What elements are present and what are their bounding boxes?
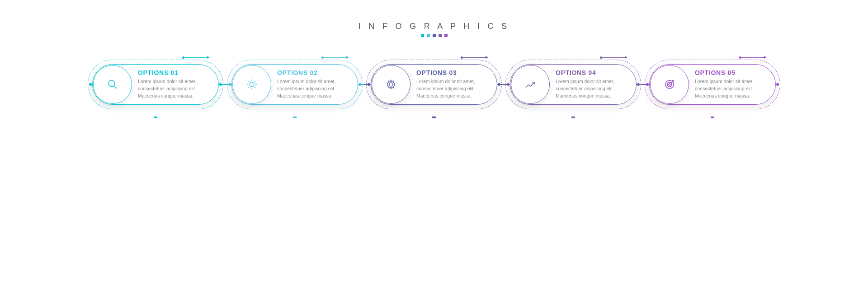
step-2-side-dot-left [228, 83, 231, 86]
step-1-desc: Lorem ipsum dolor sit amet, consectetuer… [138, 78, 210, 99]
dot-1 [421, 34, 424, 37]
step-2-desc: Lorem ipsum dolor sit amet, consectetuer… [277, 78, 349, 99]
svg-line-1 [114, 86, 117, 89]
step-2-pill: OPTIONS 02 Lorem ipsum dolor sit amet, c… [231, 64, 358, 105]
step-3-title: OPTIONS 03 [416, 69, 489, 76]
svg-point-13 [667, 82, 672, 87]
target-icon [663, 78, 676, 91]
step-5-desc: Lorem ipsum dolor sit amet, consectetuer… [695, 78, 767, 99]
infographic-steps: OPTIONS 01 Lorem ipsum dolor sit amet, c… [92, 64, 776, 105]
step-4-text: OPTIONS 04 Lorem ipsum dolor sit amet, c… [550, 65, 635, 103]
step-4-side-dot-left [507, 83, 509, 86]
svg-line-10 [249, 87, 250, 88]
deco-line-5 [741, 57, 764, 58]
step-4: OPTIONS 04 Lorem ipsum dolor sit amet, c… [510, 64, 637, 105]
svg-line-9 [255, 81, 255, 82]
header: I N F O G R A P H I C S [359, 22, 510, 37]
step-3-text: OPTIONS 03 Lorem ipsum dolor sit amet, c… [411, 65, 496, 103]
step-2-deco-top [321, 56, 349, 59]
step-5-title: OPTIONS 05 [695, 69, 767, 76]
deco-line-3 [463, 57, 486, 58]
page-title: I N F O G R A P H I C S [359, 22, 510, 31]
step-5-side-dot-right [776, 83, 779, 86]
step-1-pill: OPTIONS 01 Lorem ipsum dolor sit amet, c… [92, 64, 219, 105]
step-1-icon-circle [93, 65, 132, 104]
step-3-deco-top [461, 56, 488, 59]
svg-point-0 [108, 80, 115, 87]
step-1-text: OPTIONS 01 Lorem ipsum dolor sit amet, c… [132, 65, 217, 103]
step-3-bottom-dot [432, 117, 436, 118]
step-4-desc: Lorem ipsum dolor sit amet, consectetuer… [556, 78, 628, 99]
step-2-icon-circle [232, 65, 271, 104]
deco-arrow-2 [346, 56, 349, 59]
dot-4 [439, 34, 442, 37]
step-3-pill: OPTIONS 03 Lorem ipsum dolor sit amet, c… [371, 64, 497, 105]
step-2-title: OPTIONS 02 [277, 69, 349, 76]
svg-point-2 [250, 82, 254, 87]
step-5-text: OPTIONS 05 Lorem ipsum dolor sit amet, c… [689, 65, 774, 103]
svg-line-7 [249, 81, 250, 82]
svg-point-14 [669, 84, 670, 85]
step-5-bottom-dot [711, 117, 714, 118]
step-5-side-dot-left [646, 83, 649, 86]
step-4-deco-top [600, 56, 627, 59]
step-3-side-dot-left [368, 83, 370, 86]
step-3-icon-circle [372, 65, 410, 104]
sun-icon [245, 78, 259, 91]
step-2-text: OPTIONS 02 Lorem ipsum dolor sit amet, c… [272, 65, 357, 103]
chart-icon [524, 78, 537, 91]
dot-5 [444, 34, 448, 37]
step-4-title: OPTIONS 04 [556, 69, 628, 76]
step-1-title: OPTIONS 01 [138, 69, 210, 76]
step-4-bottom-dot [571, 117, 575, 118]
deco-arrow-4 [625, 56, 627, 59]
svg-point-11 [389, 83, 393, 86]
step-5: OPTIONS 05 Lorem ipsum dolor sit amet, c… [649, 64, 776, 105]
deco-line-1 [184, 57, 207, 58]
dot-2 [427, 34, 430, 37]
step-3-desc: Lorem ipsum dolor sit amet, consectetuer… [416, 78, 489, 99]
step-2-bottom-dot [293, 117, 297, 118]
step-2: OPTIONS 02 Lorem ipsum dolor sit amet, c… [231, 64, 358, 105]
step-5-deco-top [739, 56, 767, 59]
deco-line-4 [602, 57, 625, 58]
deco-line-2 [324, 57, 346, 58]
step-1: OPTIONS 01 Lorem ipsum dolor sit amet, c… [92, 64, 219, 105]
step-1-deco-top [182, 56, 210, 59]
step-1-bottom-dot [154, 117, 157, 118]
deco-arrow-1 [207, 56, 210, 59]
deco-arrow-3 [486, 56, 488, 59]
title-dots [421, 34, 448, 37]
step-5-pill: OPTIONS 05 Lorem ipsum dolor sit amet, c… [649, 64, 776, 105]
step-5-icon-circle [650, 65, 689, 104]
step-1-side-dot-left [89, 83, 92, 86]
gear-icon [384, 78, 398, 91]
step-4-icon-circle [511, 65, 550, 104]
step-3: OPTIONS 03 Lorem ipsum dolor sit amet, c… [371, 64, 497, 105]
svg-line-8 [255, 87, 255, 88]
step-4-pill: OPTIONS 04 Lorem ipsum dolor sit amet, c… [510, 64, 637, 105]
search-icon [106, 78, 119, 91]
deco-arrow-5 [764, 56, 767, 59]
dot-3 [433, 34, 436, 37]
